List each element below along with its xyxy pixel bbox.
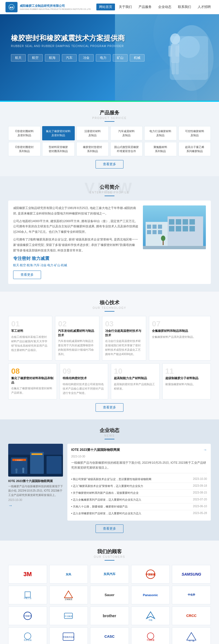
product-card-8[interactable]: 橡胶密封垫密封系列制品 <box>76 142 109 156</box>
company-slogan: 专注密封 致力减震 <box>13 256 139 262</box>
news-item-date-1: 2023-09-18 <box>193 484 207 488</box>
svg-rect-47 <box>25 592 30 597</box>
customer-card-sauer[interactable]: Sauer <box>90 586 129 604</box>
hero-banner: 橡胶密封和橡胶减震技术方案提供商 RUBBER SEAL AND RUBBER … <box>0 14 219 102</box>
customer-card-changqing[interactable]: 长庆石油 <box>8 627 47 644</box>
customer-card-steel[interactable]: 宝钢集团 <box>49 586 88 604</box>
tech-title-01: 军工材料 <box>11 329 49 333</box>
tech-title-cn: 核心技术 <box>8 299 211 306</box>
header: 橡胶 咸阳橡胶工业制品研究所有限公司 XIANYANG RUBBER INDUS… <box>0 0 219 14</box>
logo-dongfeng-svg: 东风 <box>62 569 75 580</box>
company-para-1: 咸阳橡胶工业制品研究所有限公司成立于1981年8月25日, 地处三秦大地之千年帝… <box>13 205 139 216</box>
news-featured-title[interactable]: IOTE 2023第十六届国际物联网展 <box>8 479 63 483</box>
logo-sauer: Sauer <box>105 593 114 597</box>
news-item-1[interactable]: • 迈入"橡胶高新技术企业"荣誉称号，迈入重要时代企业实力 2023-09-18 <box>71 483 207 490</box>
tech-card-01[interactable]: 01 军工材料 在核工程领域丰富核工程密封材料产品以被国内'航天大学学研'等知名… <box>8 316 52 361</box>
nav-item-news[interactable]: 企业动态 <box>155 4 174 10</box>
tag-sea: 航海 <box>45 54 60 62</box>
nav-item-about[interactable]: 关于我们 <box>116 4 135 10</box>
tech-card-09[interactable]: 09 特殊结构密封技术 特殊结构密封技术是公司研发特色技术产品核心通过对不同密封… <box>60 363 108 399</box>
product-card-7[interactable]: 型材料双管橡胶密封圈系列制品 <box>42 142 74 156</box>
svg-text:东风: 东风 <box>66 573 71 576</box>
tag-auto: 汽车 <box>62 54 77 62</box>
customer-card-crcc[interactable]: 中国铁建 <box>131 565 170 584</box>
customer-card-3m[interactable]: 3M <box>8 565 47 584</box>
svg-rect-22 <box>176 219 181 225</box>
customer-card-cnooc[interactable]: 中国海洋石油 <box>49 627 88 644</box>
svg-rect-17 <box>147 230 151 234</box>
nav-item-products[interactable]: 产品服务 <box>136 4 154 10</box>
svg-rect-43 <box>22 470 24 473</box>
customer-card-avic2[interactable]: 中航 <box>131 607 170 625</box>
tag-air: 航空 <box>28 54 43 62</box>
logo-crcc2: CRCC <box>186 614 197 618</box>
news-item-2[interactable]: • 关于橡胶密封材料系列新产品推出，迎接重要时代企业 2023-08-15 <box>71 490 207 497</box>
news-list-arrow[interactable]: → <box>203 448 207 452</box>
svg-text:中冶集团: 中冶集团 <box>65 615 72 617</box>
product-card-11[interactable]: 超高分子量乙烯系列橡胶制品 <box>178 142 211 156</box>
customer-card-avic[interactable]: 中航工业 <box>8 586 47 604</box>
product-card-9[interactable]: 固山式微型双层橡胶纤维紧双管合件 <box>110 142 143 156</box>
product-card-0[interactable]: O形密封圈材料及密封制品 <box>8 126 41 140</box>
tech-card-07[interactable]: 07 全氟橡胶材料和制品和制品 全氟橡胶材料产品系列及密封制品。 <box>149 316 211 361</box>
news-item-3[interactable]: • 迈入全氟橡胶系列产品研发，迈入重要时代企业实力迈入 2023-07-20 <box>71 497 207 503</box>
logo-cnooc-svg: 中国海洋石油 <box>61 631 76 642</box>
products-title-en: PRODUCT SERVICE <box>8 117 211 120</box>
news-item-4[interactable]: • 天南八十公路，新疆省级，橡胶密封省级产品 2023-06-10 <box>71 503 207 510</box>
logo-text-block: 咸阳橡胶工业制品研究所有限公司 XIANYANG RUBBER INDUSTRI… <box>20 4 91 11</box>
customers-title-en: OUR CUSTOMERS <box>8 555 211 558</box>
news-featured: 0.1米级高工 IOTE 2023第十六届国际物联网展 一线橡胶产品与创新橡胶科… <box>8 444 63 521</box>
news-arrow-icon[interactable]: → <box>8 503 63 508</box>
tech-title-07: 全氟橡胶材料和制品和制品 <box>152 329 208 333</box>
customers-title: 我们的顾客 OUR CUSTOMERS <box>8 548 211 561</box>
news-item-0[interactable]: • 我公司荣获"省级高新技术企业"认定，意识重要性地获得省物联网 2023-10… <box>71 476 207 483</box>
customer-card-dongfeng[interactable]: 东风 <box>49 565 88 584</box>
customer-card-samsung[interactable]: SAMSUNG <box>172 565 211 584</box>
news-inner: 0.1米级高工 IOTE 2023第十六届国际物联网展 一线橡胶产品与创新橡胶科… <box>8 444 211 521</box>
tech-card-03[interactable]: 03 冶金行业超高温密封技术与技术 在冶金行业超高温密封技术研发领域我们研究并掌… <box>102 316 146 361</box>
product-card-3[interactable]: 汽车减震材料及制品 <box>110 126 143 140</box>
product-card-1[interactable]: 氟化了橡胶密封材料及密封制品 <box>42 126 74 140</box>
product-card-10[interactable]: 聚氨酯材料系列制品 <box>144 142 177 156</box>
company-view-more-button[interactable]: 查看更多 <box>13 271 41 279</box>
product-card-4[interactable]: 电力行业橡胶材料及制品 <box>144 126 177 140</box>
customers-grid: 3M 东风 东风汽车 中国铁建 SAMSUNG 中航工业 宝钢集团 Sauer … <box>8 565 211 644</box>
tag-mech: 机械 <box>130 54 145 62</box>
news-section: 企业动态 NEWS 0.1米级高工 <box>0 419 219 541</box>
tech-card-11[interactable]: 11 超级制橡胶分子材料制品 耐腐蚀橡胶材料与制品。 <box>162 363 211 399</box>
svg-text:中国振华: 中国振华 <box>24 615 31 617</box>
customer-card-crcc2[interactable]: CRCC <box>172 607 211 625</box>
customer-card-casc[interactable]: CASC <box>90 627 129 644</box>
product-card-2[interactable]: 活塞密封材料及制品 <box>76 126 109 140</box>
news-view-more-button[interactable]: 查看更多 <box>96 524 123 533</box>
customer-card-zhenhua[interactable]: 中国振华 <box>8 607 47 625</box>
customer-card-dfqc[interactable]: 东风汽车 <box>90 565 129 584</box>
news-item-title-3: • 迈入全氟橡胶系列产品研发，迈入重要时代企业实力迈入 <box>71 498 191 502</box>
products-divider <box>105 121 114 122</box>
customer-card-unicom[interactable]: 中国联通 <box>131 627 170 644</box>
nav-item-contact[interactable]: 联系我们 <box>175 4 194 10</box>
customer-card-panasonic[interactable]: Panasonic <box>131 586 170 604</box>
customer-card-brother[interactable]: brother <box>90 607 129 625</box>
product-card-6[interactable]: O形密封圈密封系列制品 <box>8 142 41 156</box>
customer-card-mcc[interactable]: 中冶集团 <box>49 607 88 625</box>
company-factory-image <box>143 205 206 249</box>
logo-panasonic: Panasonic <box>143 593 158 597</box>
customer-card-cgnpc[interactable]: 中广核 <box>172 627 211 644</box>
tech-card-02[interactable]: 02 汽车发动机减震材料与制品技术 汽车发动机减震材料与制品主要应用于汽车的减震… <box>55 316 99 361</box>
news-item-5[interactable]: • 迈入全球橡胶密封产品研发，迈入重要时代企业实力迈入 2023-05-28 <box>71 510 207 517</box>
svg-text:中国联通: 中国联通 <box>147 639 154 641</box>
nav-item-recruit[interactable]: 人才招聘 <box>195 4 214 10</box>
company-image-col <box>143 205 206 279</box>
tech-card-10[interactable]: 10 超高制能力生产材料制品 超高制的密封技术和产品线制品工程研发。 <box>111 363 160 399</box>
hero-content: 橡胶密封和橡胶减震技术方案提供商 RUBBER SEAL AND RUBBER … <box>0 14 219 67</box>
products-view-more-button[interactable]: 查看更多 <box>96 160 123 169</box>
tech-desc-08: 在氟化了橡胶领域和研发密封材料产品研发。 <box>11 386 54 395</box>
nav-item-home[interactable]: 网站首页 <box>96 4 115 10</box>
company-text-col: 咸阳橡胶工业制品研究所有限公司成立于1981年8月25日, 地处三秦大地之千年帝… <box>13 205 139 279</box>
tech-card-08[interactable]: 08 氟化了橡胶密封材料和制品和制品 在氟化了橡胶领域和研发密封材料产品研发。 <box>8 363 57 399</box>
product-card-5[interactable]: 可控性橡胶材料及制品 <box>178 126 211 140</box>
customer-card-sinopec[interactable]: 中化学 <box>172 586 211 604</box>
tag-power: 电力 <box>96 54 111 62</box>
tech-view-more-button[interactable]: 查看更多 <box>96 403 123 412</box>
